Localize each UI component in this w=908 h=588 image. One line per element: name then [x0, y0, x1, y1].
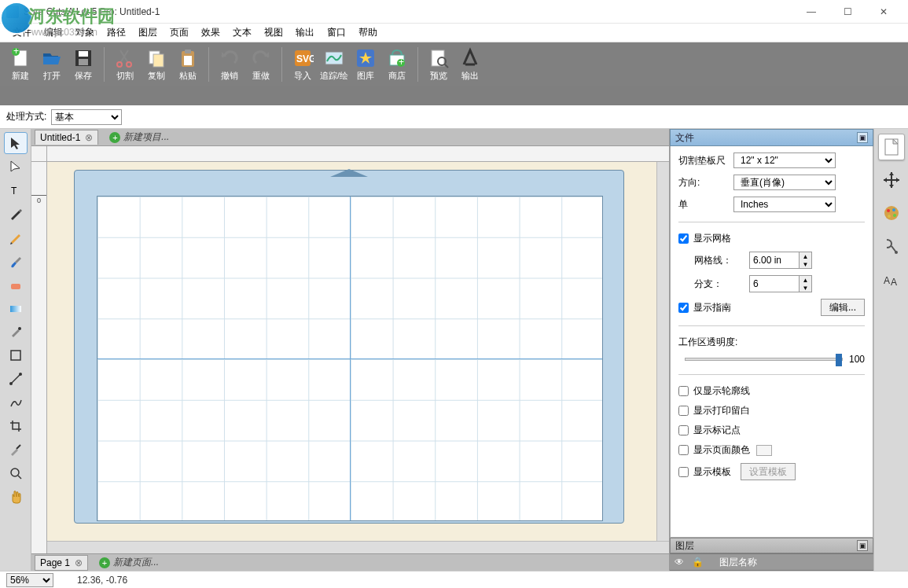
toolbar-copy-button[interactable]: 复制 — [141, 46, 172, 83]
zoom-select[interactable]: 56% — [6, 573, 53, 587]
toolbar-preview-button[interactable]: 预览 — [423, 46, 454, 83]
menu-编辑[interactable]: 编辑 — [38, 24, 69, 41]
page-area[interactable] — [97, 196, 603, 521]
workspace[interactable] — [47, 162, 656, 541]
position-panel-icon[interactable] — [878, 167, 905, 193]
menu-对象[interactable]: 对象 — [69, 24, 101, 41]
outline-only-checkbox[interactable] — [678, 386, 689, 396]
tool-hand[interactable] — [4, 486, 28, 508]
grid-lines-spinner[interactable]: ▲▼ — [749, 252, 812, 269]
spin-up-icon[interactable]: ▲ — [799, 252, 811, 260]
toolbar-trace-button[interactable]: 追踪/绘 — [318, 46, 350, 83]
toolbar-open-button[interactable]: 打开 — [36, 46, 68, 83]
show-grid-checkbox[interactable] — [678, 233, 689, 244]
toolbar-save-button[interactable]: 保存 — [68, 46, 99, 83]
close-button[interactable]: ✕ — [866, 0, 902, 24]
fill-panel-icon[interactable] — [878, 200, 905, 226]
tool-draw[interactable] — [4, 391, 28, 413]
new-project-tab[interactable]: + 新建项目... — [105, 129, 174, 145]
menu-图层[interactable]: 图层 — [132, 24, 164, 41]
tool-zoom[interactable] — [4, 462, 28, 484]
edit-guides-button[interactable]: 编辑... — [821, 299, 865, 316]
close-page-icon[interactable]: ⊗ — [75, 557, 83, 568]
toolbar-redo-label: 重做 — [252, 70, 270, 82]
units-select[interactable]: Inches — [733, 197, 836, 212]
orientation-label: 方向: — [678, 176, 733, 189]
show-guides-checkbox[interactable] — [678, 303, 689, 313]
show-template-checkbox[interactable] — [678, 467, 689, 477]
properties-panel: 文件 ▣ 切割垫板尺 12" x 12" 方向: 垂直(肖像) 单 Inches… — [669, 129, 873, 571]
scrollbar-vertical[interactable] — [656, 162, 669, 541]
tool-pen[interactable] — [4, 203, 28, 225]
tool-knife[interactable] — [4, 439, 28, 461]
subdiv-spinner[interactable]: ▲▼ — [749, 275, 812, 292]
toolbar-cut-label: 切割 — [116, 70, 134, 82]
tool-text[interactable]: T — [4, 179, 28, 201]
tool-edit-node[interactable] — [4, 156, 28, 178]
toolbar-shapes-button[interactable]: 图库 — [350, 46, 381, 83]
document-panel-icon[interactable] — [878, 134, 905, 160]
menu-窗口[interactable]: 窗口 — [321, 24, 352, 41]
toolbar-new-button[interactable]: +新建 — [5, 46, 36, 83]
page-color-swatch[interactable] — [756, 445, 772, 456]
lock-icon: 🔒 — [692, 557, 704, 568]
panel-title: 文件 — [675, 131, 694, 145]
spin-up-icon[interactable]: ▲ — [799, 276, 811, 284]
toolbar-export-button[interactable]: 输出 — [454, 46, 486, 83]
process-mode-select[interactable]: 基本 — [51, 109, 122, 125]
toolbar-undo-button[interactable]: 撤销 — [214, 46, 245, 83]
tool-eyedrop[interactable] — [4, 321, 28, 343]
text-panel-icon[interactable]: AA — [878, 266, 905, 292]
show-reg-checkbox[interactable] — [678, 425, 689, 435]
menu-路径[interactable]: 路径 — [101, 24, 132, 41]
toolbar-import-button[interactable]: SVG导入 — [287, 46, 318, 83]
toolbar-redo-button[interactable]: 重做 — [245, 46, 277, 83]
page-tab-label: Page 1 — [40, 557, 70, 568]
menu-页面[interactable]: 页面 — [164, 24, 195, 41]
tool-eraser[interactable] — [4, 274, 28, 296]
units-label: 单 — [678, 198, 733, 211]
menu-视图[interactable]: 视图 — [258, 24, 289, 41]
new-project-label: 新建项目... — [123, 130, 169, 144]
main-toolbar: +新建打开保存切割复制粘贴撤销重做SVG导入追踪/绘图库+商店预览输出 — [0, 42, 908, 86]
layers-collapse-icon[interactable]: ▣ — [857, 540, 868, 551]
tool-brush[interactable] — [4, 250, 28, 272]
tool-pencil[interactable] — [4, 226, 28, 248]
tool-crop[interactable] — [4, 415, 28, 437]
subdiv-input[interactable] — [750, 276, 799, 292]
tool-select[interactable] — [4, 132, 28, 154]
menu-文件[interactable]: 文件 — [6, 24, 38, 41]
scrollbar-horizontal[interactable] — [47, 541, 669, 553]
ruler-vertical: 0 — [31, 162, 47, 553]
close-tab-icon[interactable]: ⊗ — [85, 132, 93, 143]
toolbar-store-button[interactable]: +商店 — [381, 46, 413, 83]
menu-文本[interactable]: 文本 — [226, 24, 258, 41]
menu-效果[interactable]: 效果 — [195, 24, 226, 41]
ruler-corner — [31, 146, 47, 162]
orientation-select[interactable]: 垂直(肖像) — [733, 175, 836, 190]
opacity-slider[interactable] — [685, 358, 843, 361]
menu-输出[interactable]: 输出 — [289, 24, 321, 41]
menu-帮助[interactable]: 帮助 — [352, 24, 384, 41]
page-tab-active[interactable]: Page 1 ⊗ — [35, 555, 88, 571]
minimize-button[interactable]: — — [793, 0, 829, 24]
style-panel-icon[interactable] — [878, 233, 905, 259]
show-color-checkbox[interactable] — [678, 445, 689, 455]
tool-gradient[interactable] — [4, 297, 28, 319]
tool-shape[interactable] — [4, 344, 28, 366]
toolbar-cut-button[interactable]: 切割 — [109, 46, 141, 83]
canvas-area: Untitled-1 ⊗ + 新建项目... 0 — [31, 129, 669, 571]
panel-collapse-icon[interactable]: ▣ — [857, 132, 868, 143]
tool-line[interactable] — [4, 368, 28, 390]
new-page-tab[interactable]: + 新建页面... — [94, 554, 164, 571]
spin-down-icon[interactable]: ▼ — [799, 284, 811, 292]
toolbar-save-label: 保存 — [75, 70, 92, 82]
svg-text:SVG: SVG — [296, 53, 314, 64]
document-tab-active[interactable]: Untitled-1 ⊗ — [35, 130, 98, 145]
toolbar-paste-button[interactable]: 粘贴 — [172, 46, 204, 83]
maximize-button[interactable]: ☐ — [829, 0, 866, 24]
spin-down-icon[interactable]: ▼ — [799, 260, 811, 268]
mat-size-select[interactable]: 12" x 12" — [733, 153, 836, 168]
grid-lines-input[interactable] — [750, 252, 799, 268]
print-margin-checkbox[interactable] — [678, 406, 689, 416]
